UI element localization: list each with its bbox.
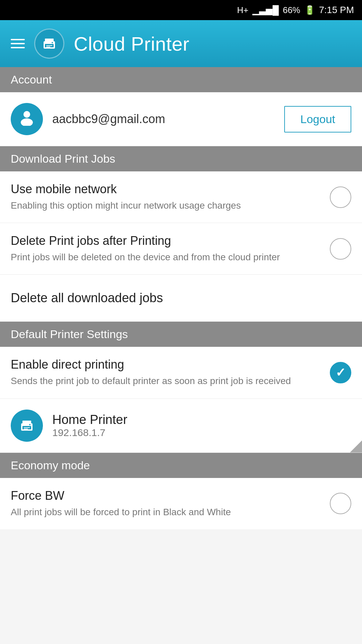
- status-bar: H+ ▁▃▅█ 66% 🔋 7:15 PM: [0, 0, 362, 20]
- svg-rect-3: [46, 45, 52, 46]
- svg-point-6: [23, 111, 30, 118]
- person-icon: [18, 108, 36, 130]
- battery-icon: 66%: [283, 5, 300, 15]
- home-printer-info: Home Printer 192.168.1.7: [52, 413, 351, 438]
- home-printer-ip: 192.168.1.7: [52, 427, 351, 438]
- enable-direct-printing-title: Enable direct printing: [11, 358, 322, 372]
- delete-print-jobs-toggle[interactable]: [330, 238, 351, 260]
- app-logo-circle: [34, 29, 64, 59]
- force-bw-content: Force BW All print jobs will be forced t…: [11, 489, 322, 519]
- force-bw-title: Force BW: [11, 489, 322, 503]
- logout-button[interactable]: Logout: [284, 106, 351, 132]
- battery-indicator: 🔋: [304, 5, 315, 15]
- delete-print-jobs-content: Delete Print jobs after Printing Print j…: [11, 234, 322, 264]
- svg-rect-12: [24, 429, 28, 429]
- svg-point-7: [21, 118, 33, 126]
- app-title: Cloud Printer: [74, 33, 189, 55]
- app-header: Cloud Printer: [0, 20, 362, 67]
- avatar: [11, 103, 43, 135]
- economy-mode-section-header: Economy mode: [0, 453, 362, 478]
- signal-bars-icon: ▁▃▅█: [252, 5, 279, 15]
- account-section-header: Account: [0, 67, 362, 92]
- default-printer-settings-header: Default Printer Settings: [0, 322, 362, 347]
- delete-all-jobs-item[interactable]: Delete all downloaded jobs: [0, 275, 362, 322]
- printer-cloud-icon: [40, 35, 58, 53]
- delete-all-jobs-label: Delete all downloaded jobs: [11, 291, 163, 305]
- clock: 7:15 PM: [319, 5, 354, 15]
- enable-direct-printing-desc: Sends the print job to default printer a…: [11, 374, 322, 387]
- svg-point-5: [52, 42, 53, 43]
- svg-point-13: [29, 424, 31, 425]
- account-email: aacbbc9@gmail.com: [52, 112, 275, 126]
- svg-rect-2: [45, 39, 54, 42]
- enable-direct-printing-item: Enable direct printing Sends the print j…: [0, 347, 362, 398]
- force-bw-item: Force BW All print jobs will be forced t…: [0, 478, 362, 529]
- account-row: aacbbc9@gmail.com Logout: [0, 92, 362, 146]
- use-mobile-network-title: Use mobile network: [11, 182, 322, 196]
- hamburger-menu-button[interactable]: [11, 39, 25, 48]
- use-mobile-network-item: Use mobile network Enabling this option …: [0, 171, 362, 223]
- enable-direct-printing-toggle[interactable]: [330, 362, 351, 383]
- svg-rect-4: [46, 47, 50, 47]
- download-jobs-section-header: Download Print Jobs: [0, 146, 362, 171]
- svg-rect-10: [22, 421, 31, 424]
- force-bw-desc: All print jobs will be forced to print i…: [11, 505, 322, 519]
- delete-print-jobs-title: Delete Print jobs after Printing: [11, 234, 322, 248]
- use-mobile-network-toggle[interactable]: [330, 186, 351, 208]
- delete-print-jobs-desc: Print jobs will be deleted on the device…: [11, 251, 322, 264]
- home-printer-icon-circle: [11, 410, 43, 442]
- network-type-icon: H+: [237, 5, 248, 15]
- home-printer-item[interactable]: Home Printer 192.168.1.7: [0, 399, 362, 453]
- force-bw-toggle[interactable]: [330, 493, 351, 514]
- svg-rect-11: [24, 427, 30, 428]
- home-printer-name: Home Printer: [52, 413, 351, 427]
- status-icons: H+ ▁▃▅█ 66% 🔋 7:15 PM: [237, 5, 354, 15]
- use-mobile-network-desc: Enabling this option might incur network…: [11, 199, 322, 212]
- dropdown-triangle-icon: [350, 440, 362, 452]
- delete-print-jobs-item: Delete Print jobs after Printing Print j…: [0, 223, 362, 275]
- use-mobile-network-content: Use mobile network Enabling this option …: [11, 182, 322, 212]
- enable-direct-printing-content: Enable direct printing Sends the print j…: [11, 358, 322, 387]
